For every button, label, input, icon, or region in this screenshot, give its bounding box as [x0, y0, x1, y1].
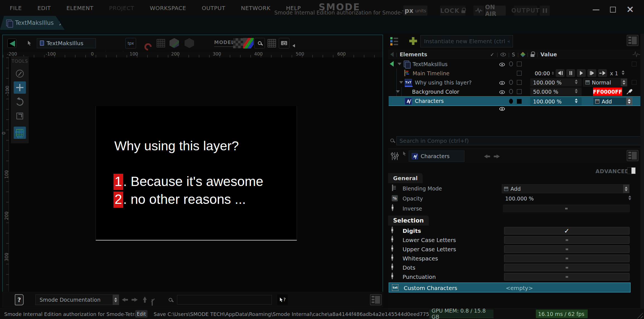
menu-file[interactable]: FILE [10, 5, 22, 11]
value-bar[interactable] [504, 245, 630, 253]
window-maximize-button[interactable] [610, 7, 616, 13]
tree-row-timeline[interactable]: Main Timeline 00:00 x 1 [389, 69, 643, 78]
compo-name-input[interactable] [47, 40, 91, 47]
doc-source-select[interactable]: Smode Documentation [35, 294, 119, 305]
row-checkbox[interactable] [517, 71, 522, 76]
check-column-icon[interactable]: ✓ [490, 52, 494, 57]
lock-column-icon[interactable] [531, 54, 534, 57]
section-general[interactable]: General [388, 173, 423, 183]
param-knob-icon[interactable] [391, 272, 393, 279]
viewport-canvas[interactable]: Why using this layer? 1. Because it's aw… [9, 57, 382, 292]
play-button[interactable] [577, 69, 586, 77]
window-close-button[interactable]: × [626, 3, 634, 14]
animation-column-icon[interactable] [632, 51, 640, 58]
characters-opacity-field[interactable]: 100.000 % [530, 97, 582, 105]
color-swatch[interactable]: FF0000FF [593, 88, 622, 96]
menu-edit[interactable]: EDIT [37, 5, 51, 11]
param-knob-icon[interactable] [391, 236, 393, 243]
model-label[interactable]: MODEL [214, 40, 234, 47]
section-selection[interactable]: Selection [388, 216, 429, 226]
performance-monitor-button[interactable] [473, 6, 484, 16]
param-forward-icon[interactable] [493, 154, 500, 158]
selection-row-custom-characters[interactable]: txt Custom Characters <empty> [389, 282, 631, 293]
tree-row-text-layer[interactable]: TxT Why using this layer? 100.000 % Norm… [389, 78, 643, 87]
bottom-layout-button[interactable] [370, 294, 382, 305]
row-checkbox[interactable] [517, 99, 522, 104]
opacity-spinner[interactable] [575, 79, 578, 84]
add-element-button[interactable] [409, 37, 417, 45]
selected-element-field[interactable]: A Characters [409, 151, 464, 162]
window-minimize-button[interactable] [593, 9, 599, 10]
expand-icon[interactable] [398, 63, 401, 65]
edit-doc-icon[interactable] [152, 299, 153, 306]
expand-icon[interactable] [396, 90, 400, 93]
dropdown-spinner[interactable] [621, 79, 627, 86]
px-units-button[interactable]: px units [403, 6, 427, 16]
tree-label[interactable]: TextMaksIllus [413, 61, 447, 67]
inverse-value-bar[interactable] [503, 205, 630, 212]
status-edit-button[interactable]: Edit [135, 310, 147, 318]
custom-characters-value[interactable]: <empty> [506, 285, 533, 291]
composition-stage[interactable]: Why using this layer? 1. Because it's aw… [96, 106, 297, 241]
visibility-column-icon[interactable] [500, 53, 506, 56]
skip-to-end-button[interactable] [587, 69, 597, 77]
snap-magnet-tool[interactable] [143, 42, 153, 52]
pick-tool-icon[interactable] [27, 40, 32, 46]
on-air-button[interactable]: ON AIR [485, 6, 506, 16]
timeline-time-value[interactable]: 00:00 [535, 70, 550, 76]
grid-tool[interactable] [157, 39, 165, 47]
vertical-ruler[interactable]: -100 0 100 200 300 400 [3, 57, 9, 292]
help-book-button[interactable]: ? [15, 294, 24, 305]
value-bar[interactable] [504, 273, 630, 281]
visibility-toggle[interactable] [499, 107, 505, 111]
environment-tool[interactable] [170, 38, 179, 48]
orient-tool-button[interactable] [14, 67, 26, 80]
window-resize-grip[interactable] [636, 311, 643, 318]
doc-search-input[interactable] [177, 295, 272, 304]
tree-label[interactable]: Main Timeline [413, 70, 449, 76]
move-tool-button[interactable] [14, 81, 26, 94]
visibility-toggle[interactable] [499, 81, 505, 85]
opacity-spinner[interactable] [628, 195, 631, 200]
collapse-panel-icon[interactable] [390, 52, 394, 57]
time-spinner[interactable] [552, 72, 554, 75]
advanced-toggle[interactable] [627, 167, 636, 174]
pixel-grid-toggle[interactable] [268, 39, 276, 47]
tab-close-icon[interactable]: × [58, 19, 65, 27]
bg-opacity-field[interactable]: 50.000 % [530, 88, 582, 96]
opacity-spinner[interactable] [575, 89, 578, 93]
tab-textmaksillus[interactable]: TextMaksIllus × [0, 16, 65, 30]
solo-toggle[interactable] [509, 61, 513, 66]
menu-workspace[interactable]: WORKSPACE [150, 5, 186, 11]
dropdown-spinner[interactable] [623, 185, 629, 193]
select-spinner-icon[interactable] [113, 295, 119, 305]
scale-tool-button[interactable] [14, 110, 26, 122]
menu-network[interactable]: NETWORK [241, 5, 270, 11]
value-bar[interactable] [504, 264, 630, 271]
skip-to-start-button[interactable] [555, 69, 565, 77]
pause-button[interactable] [540, 6, 550, 16]
param-back-icon[interactable] [484, 154, 490, 158]
eyedropper-icon[interactable] [626, 88, 633, 95]
compo-search-input[interactable] [396, 136, 641, 145]
tree-label[interactable]: Why using this layer? [415, 79, 472, 86]
menu-element[interactable]: ELEMENT [66, 5, 93, 11]
edit-points-button[interactable]: edit on [14, 127, 26, 139]
param-knob-icon[interactable] [391, 254, 393, 261]
right-panel-scrollbar[interactable] [640, 34, 644, 308]
digits-value-bar[interactable]: ✓ [504, 227, 630, 235]
params-layout-button[interactable] [627, 150, 638, 161]
opacity-value[interactable]: 100.000 % [505, 195, 534, 202]
zoom-selection-tool[interactable] [254, 38, 265, 49]
solo-toggle[interactable] [509, 80, 513, 85]
opacity-spinner[interactable] [575, 98, 578, 103]
value-bar[interactable] [504, 255, 630, 262]
solo-toggle[interactable] [509, 99, 513, 104]
tree-row-compo[interactable]: TextMaksIllus [389, 59, 643, 69]
row-extra-checkbox[interactable] [632, 80, 636, 85]
nav-forward-icon[interactable] [131, 298, 138, 302]
value-bar[interactable] [504, 236, 630, 244]
blending-mode-dropdown[interactable]: Add [502, 184, 630, 193]
nav-up-icon[interactable] [143, 297, 147, 303]
context-help-button[interactable]: ? [277, 294, 288, 305]
